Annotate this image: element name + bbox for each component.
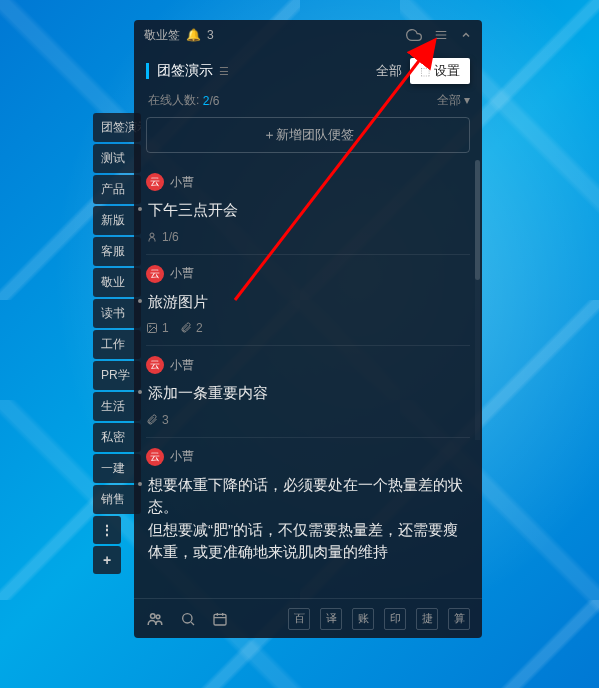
toolbox-button[interactable]: 捷 xyxy=(416,608,438,630)
svg-point-8 xyxy=(183,613,192,622)
avatar: 云 xyxy=(146,173,164,191)
avatar: 云 xyxy=(146,265,164,283)
add-note-button[interactable]: ＋新增团队便签 xyxy=(146,117,470,153)
app-window: 敬业签 🔔 3 团签演示 ☰ 全部 ⬚ 设置 在线人数: 2 /6 全部 ▾ ＋… xyxy=(134,20,482,638)
side-tab-add[interactable]: + xyxy=(93,546,121,574)
header-row: 团签演示 ☰ 全部 ⬚ 设置 xyxy=(134,50,482,90)
note-meta: 1/6 xyxy=(146,230,470,244)
toolbox-button[interactable]: 百 xyxy=(288,608,310,630)
online-filter-dropdown[interactable]: 全部 ▾ xyxy=(437,92,470,109)
svg-point-7 xyxy=(156,614,160,618)
note-item[interactable]: 云 小曹 想要体重下降的话，必须要处在一个热量差的状态。 但想要减“肥”的话，不… xyxy=(146,438,470,574)
filter-all[interactable]: 全部 xyxy=(376,62,402,80)
online-total: /6 xyxy=(209,94,219,108)
collapse-icon[interactable] xyxy=(460,29,472,41)
notification-count: 3 xyxy=(207,28,214,42)
notes-list: 云 小曹 下午三点开会 1/6 云 小曹 旅游图片 1 2 xyxy=(134,163,482,598)
titlebar: 敬业签 🔔 3 xyxy=(134,20,482,50)
toolbox-button[interactable]: 印 xyxy=(384,608,406,630)
attach-icon xyxy=(146,414,158,426)
bottom-bar: 百 译 账 印 捷 算 xyxy=(134,598,482,638)
cloud-sync-icon[interactable] xyxy=(406,27,422,43)
menu-icon[interactable] xyxy=(434,28,448,42)
side-tab-more[interactable]: ⋮ xyxy=(93,516,121,544)
online-row: 在线人数: 2 /6 全部 ▾ xyxy=(134,90,482,117)
note-item[interactable]: 云 小曹 下午三点开会 1/6 xyxy=(146,163,470,255)
notification-bell-icon[interactable]: 🔔 xyxy=(186,28,201,42)
team-icon[interactable] xyxy=(146,610,164,628)
note-content: 想要体重下降的话，必须要处在一个热量差的状态。 但想要减“肥”的话，不仅需要热量… xyxy=(146,474,470,564)
attach-icon xyxy=(180,322,192,334)
list-mode-icon[interactable]: ☰ xyxy=(219,65,229,78)
author-name: 小曹 xyxy=(170,174,194,191)
calendar-icon[interactable] xyxy=(212,611,228,627)
note-item[interactable]: 云 小曹 添加一条重要内容 3 xyxy=(146,346,470,438)
toolbox-button[interactable]: 算 xyxy=(448,608,470,630)
note-item[interactable]: 云 小曹 旅游图片 1 2 xyxy=(146,255,470,347)
meta-image-count: 1 xyxy=(162,321,169,335)
note-content: 旅游图片 xyxy=(146,291,470,314)
scrollbar-thumb[interactable] xyxy=(475,160,480,280)
avatar: 云 xyxy=(146,448,164,466)
accent-bar xyxy=(146,63,149,79)
note-meta: 1 2 xyxy=(146,321,470,335)
settings-gear-icon: ⬚ xyxy=(420,65,430,78)
svg-point-5 xyxy=(150,326,152,328)
scrollbar[interactable] xyxy=(475,160,480,440)
meta-count: 1/6 xyxy=(162,230,179,244)
person-icon xyxy=(146,231,158,243)
note-content: 添加一条重要内容 xyxy=(146,382,470,405)
settings-dropdown[interactable]: ⬚ 设置 xyxy=(410,58,470,84)
online-active-count: 2 xyxy=(203,94,210,108)
toolbox-button[interactable]: 译 xyxy=(320,608,342,630)
svg-rect-10 xyxy=(214,614,226,625)
author-name: 小曹 xyxy=(170,357,194,374)
search-icon[interactable] xyxy=(180,611,196,627)
section-title: 团签演示 xyxy=(157,62,213,80)
svg-line-9 xyxy=(191,622,194,625)
svg-point-3 xyxy=(150,233,154,237)
author-name: 小曹 xyxy=(170,448,194,465)
meta-attach-count: 2 xyxy=(196,321,203,335)
note-meta: 3 xyxy=(146,413,470,427)
app-title: 敬业签 xyxy=(144,27,180,44)
online-label: 在线人数: xyxy=(148,92,199,109)
note-content: 下午三点开会 xyxy=(146,199,470,222)
image-icon xyxy=(146,322,158,334)
svg-point-6 xyxy=(151,613,156,618)
author-name: 小曹 xyxy=(170,265,194,282)
settings-label: 设置 xyxy=(434,62,460,80)
toolbox-button[interactable]: 账 xyxy=(352,608,374,630)
avatar: 云 xyxy=(146,356,164,374)
meta-attach-count: 3 xyxy=(162,413,169,427)
